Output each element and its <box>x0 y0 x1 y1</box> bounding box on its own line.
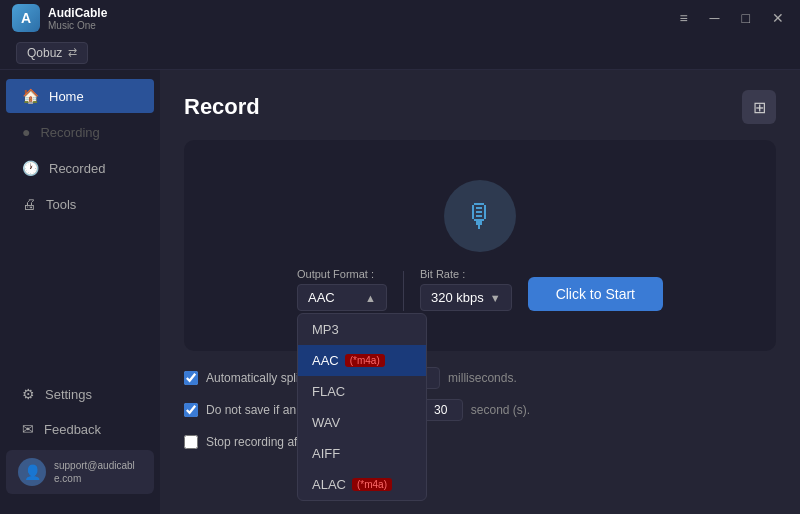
swap-icon: ⇄ <box>68 46 77 59</box>
history-button[interactable]: ⊞ <box>742 90 776 124</box>
source-selector[interactable]: Qobuz ⇄ <box>16 42 88 64</box>
output-format-select[interactable]: AAC ▲ <box>297 284 387 311</box>
separator <box>403 271 404 311</box>
logo-letter: A <box>21 10 31 26</box>
alac-tag: (*m4a) <box>352 478 392 491</box>
chevron-down-icon: ▼ <box>490 292 501 304</box>
sidebar-item-recording: ● Recording <box>6 115 154 149</box>
sidebar-label-feedback: Feedback <box>44 422 101 437</box>
home-icon: 🏠 <box>22 88 39 104</box>
close-button[interactable]: ✕ <box>768 8 788 28</box>
dropdown-item-mp3[interactable]: MP3 <box>298 314 426 345</box>
mic-icon: 🎙 <box>464 198 496 235</box>
sidebar-label-recorded: Recorded <box>49 161 105 176</box>
dropdown-item-wav[interactable]: WAV <box>298 407 426 438</box>
option-2-unit: second (s). <box>471 403 530 417</box>
sidebar-label-settings: Settings <box>45 387 92 402</box>
titlebar-controls: ≡ ─ □ ✕ <box>675 8 788 28</box>
start-recording-button[interactable]: Click to Start <box>528 277 663 311</box>
dropdown-label-mp3: MP3 <box>312 322 339 337</box>
dropdown-label-alac: ALAC <box>312 477 346 492</box>
sidebar-label-recording: Recording <box>40 125 99 140</box>
page-title: Record <box>184 94 260 120</box>
avatar-icon: 👤 <box>24 464 41 480</box>
minimize-button[interactable]: ─ <box>706 8 724 28</box>
content-area: Record ⊞ 🎙 Output Format : AAC ▲ <box>160 70 800 514</box>
record-area: 🎙 Output Format : AAC ▲ Bit Rate : <box>184 140 776 351</box>
aac-tag: (*m4a) <box>345 354 385 367</box>
dropdown-item-aiff[interactable]: AIFF <box>298 438 426 469</box>
option-row-3: Stop recording after minute (s). <box>184 431 776 453</box>
app-name-block: AudiCable Music One <box>48 6 107 31</box>
option-row-2: Do not save if an audio file is less tha… <box>184 399 776 421</box>
user-avatar: 👤 <box>18 458 46 486</box>
app-logo: A <box>12 4 40 32</box>
bitrate-value: 320 kbps <box>431 290 484 305</box>
format-row: Output Format : AAC ▲ Bit Rate : 320 kbp… <box>297 268 663 311</box>
option-1-unit: milliseconds. <box>448 371 517 385</box>
bitrate-select[interactable]: 320 kbps ▼ <box>420 284 512 311</box>
option-3-checkbox[interactable] <box>184 435 198 449</box>
sidebar: 🏠 Home ● Recording 🕐 Recorded 🖨 Tools ⚙ … <box>0 70 160 514</box>
sidebar-bottom: ⚙ Settings ✉ Feedback 👤 support@audicabl… <box>0 376 160 506</box>
sidebar-item-home[interactable]: 🏠 Home <box>6 79 154 113</box>
user-email: support@audicable.com <box>54 459 142 485</box>
mic-circle: 🎙 <box>444 180 516 252</box>
page-header: Record ⊞ <box>184 90 776 124</box>
format-controls-wrapper: Output Format : AAC ▲ Bit Rate : 320 kbp… <box>297 252 663 311</box>
sidebar-item-recorded[interactable]: 🕐 Recorded <box>6 151 154 185</box>
option-2-checkbox[interactable] <box>184 403 198 417</box>
sidebar-item-tools[interactable]: 🖨 Tools <box>6 187 154 221</box>
output-format-group: Output Format : AAC ▲ <box>297 268 387 311</box>
user-bar[interactable]: 👤 support@audicable.com <box>6 450 154 494</box>
sidebar-item-feedback[interactable]: ✉ Feedback <box>6 412 154 446</box>
option-3-text-before: Stop recording after <box>206 435 311 449</box>
sidebar-item-settings[interactable]: ⚙ Settings <box>6 377 154 411</box>
app-branding: A AudiCable Music One <box>12 4 107 32</box>
app-name: AudiCable <box>48 6 107 20</box>
chevron-up-icon: ▲ <box>365 292 376 304</box>
settings-icon: ⚙ <box>22 386 35 402</box>
dropdown-item-alac[interactable]: ALAC (*m4a) <box>298 469 426 500</box>
dropdown-label-aiff: AIFF <box>312 446 340 461</box>
titlebar: A AudiCable Music One ≡ ─ □ ✕ <box>0 0 800 36</box>
tools-icon: 🖨 <box>22 196 36 212</box>
option-1-checkbox[interactable] <box>184 371 198 385</box>
menu-icon[interactable]: ≡ <box>675 8 691 28</box>
sourcebar: Qobuz ⇄ <box>0 36 800 70</box>
main-container: 🏠 Home ● Recording 🕐 Recorded 🖨 Tools ⚙ … <box>0 70 800 514</box>
format-dropdown: MP3 AAC (*m4a) FLAC WAV AIFF <box>297 313 427 501</box>
app-subtitle: Music One <box>48 20 107 31</box>
output-format-label: Output Format : <box>297 268 387 280</box>
sidebar-label-home: Home <box>49 89 84 104</box>
recording-icon: ● <box>22 124 30 140</box>
dropdown-item-flac[interactable]: FLAC <box>298 376 426 407</box>
dropdown-item-aac[interactable]: AAC (*m4a) <box>298 345 426 376</box>
maximize-button[interactable]: □ <box>738 8 754 28</box>
feedback-icon: ✉ <box>22 421 34 437</box>
bitrate-label: Bit Rate : <box>420 268 512 280</box>
dropdown-label-aac: AAC <box>312 353 339 368</box>
options-section: Automatically split when the silenc mill… <box>184 367 776 453</box>
sidebar-label-tools: Tools <box>46 197 76 212</box>
format-value: AAC <box>308 290 335 305</box>
dropdown-label-flac: FLAC <box>312 384 345 399</box>
recorded-icon: 🕐 <box>22 160 39 176</box>
bitrate-group: Bit Rate : 320 kbps ▼ <box>420 268 512 311</box>
dropdown-label-wav: WAV <box>312 415 340 430</box>
option-row-1: Automatically split when the silenc mill… <box>184 367 776 389</box>
source-label: Qobuz <box>27 46 62 60</box>
start-button-label: Click to Start <box>556 286 635 302</box>
